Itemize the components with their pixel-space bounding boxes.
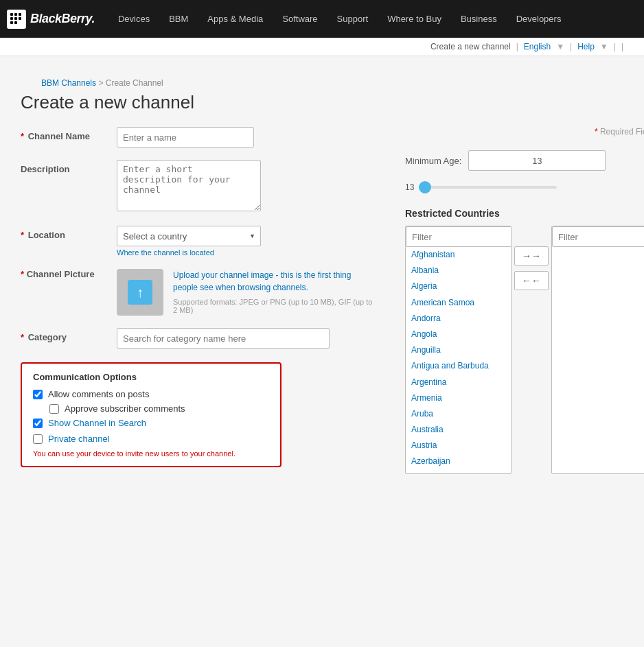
private-channel-label[interactable]: Private channel <box>48 434 110 444</box>
countries-scroll-right[interactable] <box>552 247 644 473</box>
min-age-label: Minimum Age: <box>405 156 461 166</box>
upload-text-area: Upload your channel image - this is the … <box>173 269 378 314</box>
min-age-input[interactable] <box>468 150 606 171</box>
list-item[interactable]: Austria <box>406 438 511 454</box>
blackberry-logo-icon <box>7 10 26 29</box>
list-item[interactable]: Bahamas <box>406 470 511 473</box>
picture-upload-box: Upload your channel image - this is the … <box>117 269 378 316</box>
list-item[interactable]: Antigua and Barbuda <box>406 358 511 374</box>
allow-comments-checkbox[interactable] <box>33 390 43 399</box>
category-section: * Category <box>21 328 378 349</box>
allow-comments-label[interactable]: Allow comments on posts <box>48 389 149 399</box>
channel-picture-label: * Channel Picture <box>21 269 117 279</box>
description-row: Description <box>21 160 378 213</box>
nav-item-apps-media[interactable]: Apps & Media <box>198 0 273 38</box>
approve-comments-label[interactable]: Approve subscriber comments <box>65 403 185 414</box>
category-search-input[interactable] <box>117 328 330 349</box>
nav-logo[interactable]: BlackBerry. <box>7 10 95 29</box>
list-item[interactable]: Azerbaijan <box>406 454 511 469</box>
create-channel-link[interactable]: Create a new channel <box>430 42 511 51</box>
location-select[interactable]: Select a country Afghanistan Albania Uni… <box>117 226 261 246</box>
form-left: * Channel Name Description * <box>21 127 378 467</box>
language-selector[interactable]: English <box>524 42 551 51</box>
nav-logo-text: BlackBerry. <box>30 12 95 26</box>
move-right-button[interactable]: →→ <box>514 246 549 266</box>
comm-note: You can use your device to invite new us… <box>33 449 269 458</box>
category-label: * Category <box>21 328 117 342</box>
list-item[interactable]: American Samoa <box>406 295 511 311</box>
separator-1: | <box>516 42 518 51</box>
list-item[interactable]: Armenia <box>406 390 511 406</box>
move-left-button[interactable]: ←← <box>514 271 549 290</box>
slider-row: 13 50 <box>405 180 644 194</box>
list-item[interactable]: Anguilla <box>406 342 511 358</box>
comm-approve-comments: Approve subscriber comments <box>49 403 269 414</box>
nav-item-software[interactable]: Software <box>273 0 327 38</box>
list-item[interactable]: Algeria <box>406 279 511 294</box>
countries-scroll-left[interactable]: AfghanistanAlbaniaAlgeriaAmerican SamoaA… <box>406 247 511 473</box>
nav-item-business[interactable]: Business <box>451 0 507 38</box>
countries-list-right <box>551 226 644 474</box>
list-item[interactable]: Albania <box>406 263 511 279</box>
communication-options: Communication Options Allow comments on … <box>21 362 281 467</box>
required-star: * <box>595 127 598 137</box>
breadcrumb-separator: > <box>98 78 105 88</box>
required-label: Required Fields <box>600 127 644 137</box>
upload-icon-box[interactable] <box>117 269 163 316</box>
location-row: * Location Select a country Afghanistan … <box>21 226 378 257</box>
private-channel-checkbox[interactable] <box>33 434 43 444</box>
show-search-checkbox[interactable] <box>33 419 43 428</box>
nav-item-where-to-buy[interactable]: Where to Buy <box>378 0 451 38</box>
description-textarea[interactable] <box>117 160 261 211</box>
location-label: * Location <box>21 226 117 240</box>
required-fields: * Required Fields <box>405 127 644 137</box>
slider-thumb[interactable] <box>419 181 431 193</box>
svg-rect-3 <box>14 17 17 20</box>
countries-arrows: →→ ←← <box>514 226 549 290</box>
main-content: BBM Channels > Create Channel Create a n… <box>0 56 644 647</box>
list-item[interactable]: Angola <box>406 327 511 342</box>
nav-item-support[interactable]: Support <box>327 0 378 38</box>
channel-name-label: * Channel Name <box>21 127 117 141</box>
list-item[interactable]: Argentina <box>406 375 511 390</box>
channel-name-input[interactable] <box>117 127 254 148</box>
breadcrumb: BBM Channels > Create Channel <box>21 70 623 92</box>
channel-name-wrap <box>117 127 378 148</box>
svg-rect-0 <box>10 13 13 16</box>
restricted-countries-title: Restricted Countries <box>405 208 644 219</box>
nav-item-devices[interactable]: Devices <box>108 0 159 38</box>
countries-filter-right[interactable] <box>552 226 644 247</box>
nav-item-developers[interactable]: Developers <box>507 0 571 38</box>
svg-rect-4 <box>19 13 21 16</box>
comm-private-channel: Private channel <box>33 434 269 444</box>
svg-rect-5 <box>19 17 21 20</box>
upload-formats: Supported formats: JPEG or PNG (up to 10… <box>173 298 378 314</box>
help-link[interactable]: Help <box>577 42 595 51</box>
nav-item-bbm[interactable]: BBM <box>159 0 198 38</box>
countries-filter-left[interactable] <box>406 226 511 247</box>
slider-min-label: 13 <box>405 183 414 192</box>
upload-description: Upload your channel image - this is the … <box>173 269 378 294</box>
channel-name-req: * <box>21 131 24 141</box>
location-select-wrap: Select a country Afghanistan Albania Uni… <box>117 226 261 246</box>
description-label: Description <box>21 160 117 174</box>
list-item[interactable]: Afghanistan <box>406 247 511 263</box>
list-item[interactable]: Andorra <box>406 311 511 327</box>
slider-container[interactable] <box>419 180 643 194</box>
countries-layout: AfghanistanAlbaniaAlgeriaAmerican SamoaA… <box>405 226 644 474</box>
form-right: * Required Fields Minimum Age: 13 50 <box>405 127 644 474</box>
list-item[interactable]: Australia <box>406 422 511 438</box>
form-layout: * Channel Name Description * <box>21 127 623 474</box>
show-search-label[interactable]: Show Channel in Search <box>48 418 146 428</box>
approve-comments-checkbox[interactable] <box>49 404 59 414</box>
channel-picture-row: * Channel Picture Upload your channel im… <box>21 269 378 316</box>
upload-arrow-icon <box>128 280 152 305</box>
category-req: * <box>21 332 24 342</box>
channel-name-row: * Channel Name <box>21 127 378 148</box>
top-bar: Create a new channel | English ▼ | Help … <box>0 38 644 56</box>
channel-picture-req: * <box>21 269 24 279</box>
nav-bar: BlackBerry. Devices BBM Apps & Media Sof… <box>0 0 644 38</box>
list-item[interactable]: Aruba <box>406 406 511 422</box>
svg-rect-7 <box>14 21 17 24</box>
breadcrumb-parent[interactable]: BBM Channels <box>41 78 96 88</box>
